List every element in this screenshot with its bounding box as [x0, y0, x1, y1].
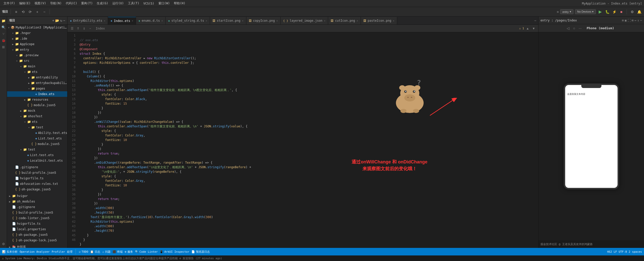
tree-node-entryability[interactable]: ▶ 📁 entryability — [7, 75, 67, 80]
tab-cuticon[interactable]: 🖼 cutIcon.png × — [328, 17, 361, 24]
bottom-todo[interactable]: ☑ TODO — [79, 250, 88, 253]
bottom-linter[interactable]: 🔍 Code Linter — [135, 250, 158, 253]
tree-node-code-linter[interactable]: { } code-linter.json5 — [7, 215, 67, 221]
tab-close-ci[interactable]: × — [276, 19, 278, 22]
bottom-process[interactable]: 处理 — [67, 250, 73, 254]
preview-back-btn[interactable]: ◁ — [566, 26, 570, 31]
tree-node-ohostest[interactable]: ▾ 📁 ohosTest — [7, 113, 67, 119]
tree-node-hvigor[interactable]: ▶ 📁 hvigor — [7, 193, 67, 199]
editor-forward-btn[interactable]: ⇑ — [76, 26, 81, 31]
toolbar-btn-2[interactable]: ⟲ — [20, 9, 26, 15]
tab-close-styled[interactable]: × — [206, 19, 207, 22]
tree-node-local-properties[interactable]: 📄 local.properties — [7, 226, 67, 232]
devices-dropdown[interactable]: No Devices ▾ — [575, 9, 596, 14]
tree-node-hngor[interactable]: ▾ 📁 .hngor — [7, 30, 67, 36]
sidebar-ext-icon[interactable]: ⊞ — [1, 44, 7, 50]
notifications-button[interactable]: 🔔 — [636, 9, 642, 15]
tree-node-gitignore-root[interactable]: 📄 .gitignore — [7, 204, 67, 210]
tree-node-root[interactable]: ▾ 📦 MyApplication3 [MyApplication] — [7, 25, 67, 30]
tab-enums[interactable]: ◈ enums.d.ts × — [136, 17, 166, 24]
menu-window[interactable]: 窗口(W) — [157, 1, 172, 6]
tree-sync-icon[interactable]: ↻ — [60, 19, 62, 22]
tree-node-oh-package-root[interactable]: { } oh-package.json5 — [7, 232, 67, 238]
entry-dropdown[interactable]: entry ▾ — [560, 9, 573, 14]
tab-close-enums[interactable]: × — [161, 19, 163, 22]
bottom-preview-log[interactable]: 📄 预览器日志 — [191, 250, 210, 254]
tab-entry-ability[interactable]: ◈ EntryAbility.ets × — [67, 17, 108, 24]
editor-up-btn[interactable]: ⇓ — [82, 26, 87, 31]
tab-close-cui[interactable]: × — [357, 19, 358, 22]
tree-node-oh-modules[interactable]: ▶ 📁 oh_modules — [7, 199, 67, 204]
sidebar-settings-icon[interactable]: ⚙ — [1, 241, 7, 247]
settings-button[interactable]: ⚙ — [629, 9, 635, 15]
bottom-problems[interactable]: ⚠ 问题 — [102, 250, 111, 254]
menu-help[interactable]: 帮助(H) — [172, 1, 187, 6]
menu-vcs[interactable]: VCS(S) — [142, 1, 156, 6]
menu-edit[interactable]: 编辑(E) — [18, 1, 32, 6]
editor-down2-btn[interactable]: ▼ — [531, 26, 536, 31]
editor-minus-btn[interactable]: − — [88, 26, 93, 31]
tree-add-icon[interactable]: + — [52, 19, 54, 22]
bottom-profiler[interactable]: Profiler — [52, 250, 65, 253]
sidebar-project-icon[interactable]: 📁 — [1, 18, 7, 24]
menu-code[interactable]: 代码(C) — [64, 1, 79, 6]
sidebar-search-icon[interactable]: 🔍 — [1, 24, 7, 30]
tab-copyicon[interactable]: 🖼 copyIcon.png × — [246, 17, 281, 24]
bottom-analysis[interactable]: 📊 实本分析 — [2, 250, 18, 254]
tree-collapse-icon[interactable]: − — [63, 19, 65, 22]
tree-node-obfuscation[interactable]: 📄 obfuscation-rules.txt — [7, 181, 67, 187]
preview-more-icon[interactable]: ⋯ — [640, 19, 642, 22]
bottom-services[interactable]: ⚙ 服务 — [125, 250, 133, 254]
tree-node-build-profile[interactable]: { } build-profile.json5 — [7, 170, 67, 176]
menu-view[interactable]: 视图(V) — [33, 1, 48, 6]
bottom-log[interactable]: 📋 日志 — [90, 250, 100, 254]
menu-refactor[interactable]: 重构(T) — [80, 1, 94, 6]
tree-node-list-test2[interactable]: ◈ List.test.ets — [7, 152, 67, 158]
tree-node-entrybackup[interactable]: ▶ 📁 entrybackupability — [7, 80, 67, 86]
tree-node-ide[interactable]: ▶ 📁 .ide — [7, 36, 67, 41]
tree-folder-icon[interactable]: 📂 — [55, 19, 59, 22]
code-content[interactable]: // xxx.ets @Entry @Component struct Inde… — [78, 32, 538, 248]
profile-button[interactable]: ⚡ — [612, 9, 617, 15]
tab-close-ea[interactable]: × — [104, 19, 105, 22]
tab-close-si[interactable]: × — [242, 19, 243, 22]
tab-close-li[interactable]: × — [324, 19, 325, 22]
run-button[interactable]: ▶ — [597, 9, 603, 15]
editor-back-btn[interactable]: ☰ — [70, 26, 75, 31]
tab-index[interactable]: ◈ Index.ets × — [108, 17, 136, 24]
preview-grid-icon[interactable]: ▣ — [625, 19, 627, 22]
preview-expand-icon[interactable]: ⛶ — [628, 19, 631, 22]
menu-run[interactable]: 运行(U) — [111, 1, 125, 6]
tree-node-hvigorfile-root[interactable]: 📄 hvigorfile.ts — [7, 221, 67, 226]
tree-node-preview[interactable]: ▾ 📁 .preview — [7, 52, 67, 58]
tabs-more-btn[interactable]: ⋯ — [532, 17, 538, 24]
menu-tools[interactable]: 工具(T) — [126, 1, 141, 6]
editor-up2-btn[interactable]: ▲ — [525, 26, 530, 31]
bottom-arkui[interactable]: 📱 ArkUI Inspector — [160, 250, 189, 253]
tab-close-index[interactable]: × — [132, 19, 133, 22]
tree-node-pages[interactable]: ▾ 📁 pages — [7, 86, 67, 91]
tree-node-external[interactable]: ▶ 📚 外部库 — [7, 244, 67, 248]
toolbar-btn-1[interactable]: ≡ — [13, 9, 19, 15]
tree-node-module-json5-2[interactable]: { } module.json5 — [7, 141, 67, 147]
sidebar-debug-icon[interactable]: 🐞 — [1, 37, 7, 43]
stop-button[interactable]: ■ — [619, 9, 624, 15]
preview-split-icon[interactable]: ⊞ — [622, 19, 624, 22]
bottom-op-analyzer[interactable]: Operation Analyzer — [20, 250, 50, 253]
tree-node-module-json5[interactable]: { } module.json5 — [7, 102, 67, 108]
tree-node-gitignore[interactable]: 📄 .gitignore — [7, 164, 67, 170]
preview-icon6[interactable]: ↕ — [637, 19, 639, 22]
debug-button[interactable]: 🐛 — [604, 9, 610, 15]
tree-node-list-test[interactable]: ◈ List.test.ets — [7, 136, 67, 141]
tree-node-index[interactable]: ◈ Index.ets — [7, 91, 67, 97]
tab-pasteicon[interactable]: 🖼 pasteIcon.png × — [361, 17, 397, 24]
tree-node-entry[interactable]: ▾ 📁 entry — [7, 47, 67, 52]
toolbar-btn-collapse[interactable]: − — [42, 9, 47, 15]
tab-close-pi[interactable]: × — [393, 19, 394, 22]
toolbar-btn-3[interactable]: ⟳ — [27, 9, 33, 15]
menu-nav[interactable]: 导航(N) — [49, 1, 63, 6]
tab-starticon[interactable]: 🖼 startIcon.png × — [210, 17, 246, 24]
tree-node-test2[interactable]: ▾ 📁 test — [7, 147, 67, 152]
tree-node-build-profile-root[interactable]: { } build-profile.json5 — [7, 210, 67, 215]
tree-node-appscope[interactable]: ▶ 📁 AppScope — [7, 41, 67, 47]
